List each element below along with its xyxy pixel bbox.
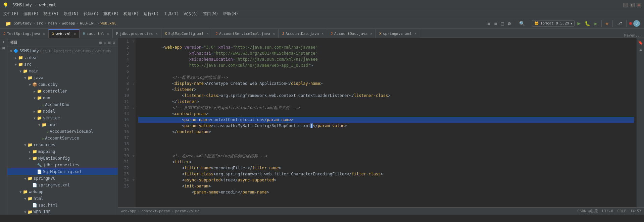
tree-arrow-mybatisconfig[interactable]: ▼ [28, 157, 32, 160]
tree-node-main[interactable]: ▼ 📁 main [7, 68, 118, 74]
tab-springmvcxml[interactable]: X springmvc.xml × [376, 29, 420, 38]
coverage-button[interactable]: ▶ [593, 20, 598, 27]
tree-arrow-mapping[interactable]: ▶ [28, 150, 32, 154]
tree-node-html[interactable]: ▼ 📁 html [7, 195, 118, 202]
tree-node-springmvcxml[interactable]: 📄 springmvc.xml [7, 182, 118, 188]
user-avatar[interactable]: U [633, 20, 640, 27]
menu-file[interactable]: 文件(F) [1, 10, 21, 17]
tree-arrow-html[interactable]: ▼ [23, 197, 28, 201]
fold-8[interactable]: ▽ [132, 80, 136, 87]
menu-window[interactable]: 窗口(W) [201, 10, 220, 17]
tree-node-accountservice[interactable]: ☕ AccountService [7, 135, 118, 142]
tab-accountserviceimpl[interactable]: J AccountServiceImpl.java × [212, 29, 279, 38]
tree-arrow-service[interactable]: ▼ [32, 116, 37, 120]
tree-node-controller[interactable]: ▶ 📁 controller [7, 88, 118, 95]
sidebar-icon-expand[interactable]: ⊡ [108, 40, 111, 45]
menu-build[interactable]: 构建(B) [121, 10, 141, 17]
tab-webxml[interactable]: X web.xml × [49, 29, 80, 38]
tree-node-webapp[interactable]: ▼ 📁 webapp [7, 188, 118, 195]
tree-node-accountserviceimpl[interactable]: ☕ AccountServiceImpl [7, 128, 118, 135]
tomcat-run-config[interactable]: 🐱 Tomcat 8.5.29 ▼ [532, 20, 575, 26]
build-button[interactable]: ⚒ [604, 20, 610, 27]
tree-arrow-idea[interactable]: ▶ [13, 56, 18, 60]
tab-close-testspring[interactable]: × [43, 32, 45, 36]
menu-edit[interactable]: 编辑(E) [21, 10, 41, 17]
sidebar-icon-layout[interactable]: ⊞ [99, 40, 102, 45]
tab-close-springmvcxml[interactable]: × [414, 32, 416, 36]
menu-help[interactable]: 帮助(H) [221, 10, 240, 17]
tree-arrow-springmvc[interactable]: ▼ [23, 177, 28, 180]
toolbar-project-icon[interactable]: 📁 [4, 20, 12, 27]
tree-arrow-impl[interactable]: ▼ [37, 123, 42, 127]
fold-24[interactable]: ▽ [132, 177, 136, 183]
tree-node-mybatisconfig[interactable]: ▼ 📁 MyBatisConfig [7, 155, 118, 162]
debug-button[interactable]: 🐛 [583, 20, 592, 27]
menu-run[interactable]: 运行(U) [142, 10, 161, 17]
tree-node-comqcby[interactable]: ▼ 📦 com.qcby [7, 81, 118, 88]
tab-close-accountdao2[interactable]: × [370, 32, 372, 36]
tree-node-model[interactable]: ▶ 📁 model [7, 108, 118, 115]
tab-suchtml[interactable]: H suc.html × [80, 29, 113, 38]
tree-arrow-resources[interactable]: ▼ [23, 143, 28, 147]
tree-node-java[interactable]: ▼ 📁 java [7, 74, 118, 81]
tab-accountdao1[interactable]: J AccountDao.java × [279, 29, 327, 38]
run-button[interactable]: ▶ [576, 19, 582, 27]
tab-close-accountserviceimpl[interactable]: × [273, 32, 275, 36]
toolbar-settings-btn[interactable]: ⚙ [507, 20, 512, 27]
menu-vcs[interactable]: VCS(S) [182, 11, 200, 17]
toolbar-align-btn[interactable]: ≡ [493, 20, 498, 27]
tree-arrow-comqcby[interactable]: ▼ [28, 83, 32, 87]
menu-refactor[interactable]: 重构(R) [101, 10, 121, 17]
close-button[interactable]: ✕ [637, 3, 641, 7]
tree-node-service[interactable]: ▼ 📁 service [7, 115, 118, 121]
tree-node-springmvc[interactable]: ▼ 📁 springMVC [7, 175, 118, 182]
tab-accountdao2[interactable]: J AccountDao.java × [327, 29, 376, 38]
fold-1[interactable]: ▽ [132, 38, 136, 44]
menu-view[interactable]: 视图(V) [41, 10, 61, 17]
minimize-button[interactable]: ─ [623, 3, 628, 7]
sidebar-icon-settings[interactable]: ⚙ [113, 40, 115, 45]
right-icon-diff[interactable]: ≠ [639, 47, 642, 53]
left-tool-project[interactable]: ≡ [1, 40, 6, 44]
tree-node-mapping[interactable]: ▶ 📁 mapping [7, 148, 118, 155]
fold-12[interactable]: ▽ [132, 105, 136, 111]
tree-arrow-controller[interactable]: ▶ [32, 90, 37, 93]
tree-arrow-webinf[interactable]: ▼ [23, 210, 28, 214]
menu-code[interactable]: 代码(C) [82, 10, 101, 17]
window-controls[interactable]: ─ □ ✕ [623, 3, 641, 7]
maximize-button[interactable]: □ [630, 3, 635, 7]
tree-node-resources[interactable]: ▼ 📁 resources [7, 142, 118, 148]
tree-arrow-src[interactable]: ▼ [13, 63, 18, 66]
tree-arrow-main[interactable]: ▼ [18, 69, 23, 73]
tree-arrow-webapp[interactable]: ▼ [18, 190, 23, 194]
code-editor[interactable]: <web-app version="3.0" xmlns="http://jav… [136, 38, 637, 207]
tree-arrow-ssmstudy[interactable]: ▼ [9, 49, 13, 53]
tree-node-impl[interactable]: ▼ 📁 impl [7, 121, 118, 128]
tab-close-webxml[interactable]: × [74, 32, 76, 36]
tree-arrow-java[interactable]: ▼ [23, 76, 28, 80]
tree-node-jdbcprops[interactable]: 🔧 jdbc.properties [7, 162, 118, 168]
tree-arrow-dao[interactable]: ▼ [32, 96, 37, 100]
tab-close-accountdao1[interactable]: × [321, 32, 324, 36]
tree-node-sqlmapconfig[interactable]: 📄 SqlMapConfig.xml ➤ [7, 168, 118, 175]
tree-node-webinf[interactable]: ▼ 📁 WEB-INF [7, 209, 118, 215]
tree-node-accountdao[interactable]: ☕ AccountDao [7, 101, 118, 108]
tab-jdbcprops[interactable]: P jdbc.properties × [113, 29, 161, 38]
tab-sqlmapconfig[interactable]: X SqlMapConfig.xml × [161, 29, 212, 38]
tree-node-idea[interactable]: ▶ 📁 .idea [7, 54, 118, 61]
left-tool-structure[interactable]: ⊞ [1, 46, 6, 51]
toolbar-list-btn[interactable]: ≡ [486, 20, 491, 27]
tree-node-src[interactable]: ▼ 📁 src [7, 61, 118, 68]
tab-close-sqlmapconfig[interactable]: × [206, 32, 208, 36]
tree-node-ssmstudy-root[interactable]: ▼ 🔷 SSMStudy D:\IDEAproject\SSMStudy\SSM… [7, 48, 118, 54]
tree-node-dao[interactable]: ▼ 📁 dao [7, 95, 118, 101]
git-button[interactable]: ⎇ [615, 20, 624, 27]
tab-testspring[interactable]: J TestSpring.java × [0, 29, 49, 38]
tree-arrow-model[interactable]: ▶ [32, 110, 37, 113]
right-icon-bookmark[interactable]: 🔖 [637, 40, 644, 46]
toolbar-box-btn[interactable]: □ [500, 20, 505, 27]
fold-20[interactable]: ▽ [132, 153, 136, 159]
menu-tools[interactable]: 工具(T) [162, 10, 181, 17]
tab-close-suchtml[interactable]: × [107, 32, 109, 36]
toolbar-search-btn[interactable]: 🔍 [518, 20, 526, 27]
